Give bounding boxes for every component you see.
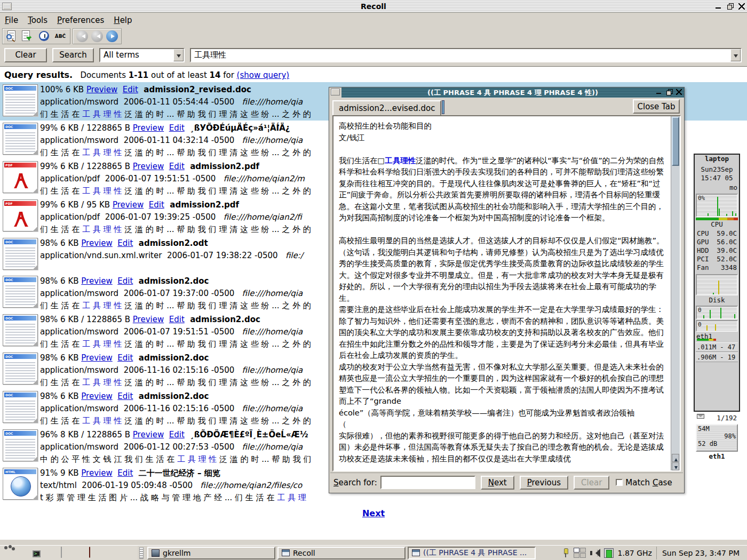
- previous-page-icon[interactable]: [91, 30, 103, 42]
- panel-handle[interactable]: [139, 547, 144, 559]
- sort-parameters-icon[interactable]: [22, 30, 35, 43]
- menu-help[interactable]: Help: [109, 14, 137, 26]
- preview-scrollbar[interactable]: [671, 116, 680, 470]
- preview-maximize-icon[interactable]: [666, 89, 672, 95]
- doc-file-icon[interactable]: DOC: [3, 84, 38, 116]
- doc-file-icon[interactable]: DOC: [3, 314, 38, 346]
- scroll-down-icon[interactable]: [672, 462, 679, 470]
- next-page-icon[interactable]: [106, 30, 118, 42]
- preview-link[interactable]: Preview: [81, 238, 112, 248]
- edit-link[interactable]: Edit: [123, 85, 138, 94]
- menu-preferences[interactable]: Preferences: [52, 14, 109, 26]
- mail-row[interactable]: 1/192: [695, 414, 739, 423]
- show-query-link[interactable]: (show query): [237, 70, 290, 80]
- html-file-icon[interactable]: HTML: [3, 468, 38, 500]
- preview-link[interactable]: Preview: [113, 200, 144, 210]
- history-icon[interactable]: [38, 30, 51, 43]
- task-button[interactable]: gkrellm: [147, 547, 275, 559]
- edit-link[interactable]: Edit: [117, 468, 133, 478]
- minimize-icon[interactable]: [715, 3, 721, 10]
- edit-link[interactable]: Edit: [169, 430, 185, 439]
- preview-close-icon[interactable]: [676, 89, 682, 95]
- clear-button[interactable]: Clear: [4, 48, 47, 62]
- query-input[interactable]: 工具理性: [191, 50, 730, 60]
- menu-tools[interactable]: Tools: [23, 14, 52, 26]
- term-explorer-icon[interactable]: ÅBĈ: [54, 30, 67, 43]
- task-button[interactable]: ((工 PHRASE 4 具 PHRASE ...: [408, 547, 536, 559]
- close-icon[interactable]: [738, 3, 745, 10]
- edit-link[interactable]: Edit: [117, 276, 133, 286]
- doc-file-icon[interactable]: DOC: [3, 238, 38, 270]
- net-rx-panel[interactable]: .011M - 47: [696, 342, 738, 352]
- lock-screen-icon[interactable]: [61, 547, 74, 559]
- preview-link[interactable]: Preview: [133, 315, 164, 324]
- text-editor-icon[interactable]: [89, 547, 102, 559]
- edit-link[interactable]: Edit: [169, 162, 185, 171]
- power-plug-icon[interactable]: [562, 548, 569, 558]
- preview-search-input[interactable]: [380, 476, 475, 489]
- edit-link[interactable]: Edit: [117, 238, 133, 248]
- preview-link[interactable]: Preview: [81, 391, 112, 401]
- first-page-icon[interactable]: [76, 30, 88, 42]
- cpu-freq-icon[interactable]: [604, 548, 614, 558]
- terminal-icon[interactable]: >_: [33, 547, 45, 559]
- preview-link[interactable]: Preview: [86, 85, 117, 94]
- task-button[interactable]: Recoll: [277, 547, 406, 559]
- preview-link[interactable]: Preview: [81, 276, 112, 286]
- fan-chart[interactable]: [696, 274, 738, 295]
- new-search-icon[interactable]: [6, 30, 19, 43]
- query-combobox[interactable]: 工具理性: [190, 48, 742, 62]
- wireless-panel[interactable]: 54M 98% 52 dB: [696, 424, 738, 452]
- search-mode-select[interactable]: All terms: [99, 48, 185, 62]
- preview-next-button[interactable]: Next: [481, 476, 514, 490]
- gnome-menu-icon[interactable]: [4, 547, 17, 559]
- edit-link[interactable]: Edit: [169, 123, 185, 133]
- disk-chart-2[interactable]: 0: [696, 320, 738, 332]
- disk-chart-1[interactable]: 0: [696, 306, 738, 319]
- edit-link[interactable]: Edit: [149, 200, 164, 210]
- gkrellm-date[interactable]: Sun23Sep: [695, 165, 739, 174]
- gkrellm-time[interactable]: 15:47 05: [695, 174, 739, 183]
- match-case-checkbox[interactable]: [616, 479, 623, 486]
- firefox-icon[interactable]: [117, 547, 130, 559]
- scroll-up-icon[interactable]: [672, 454, 679, 462]
- chevron-down-icon[interactable]: [730, 49, 741, 61]
- volume-icon[interactable]: [590, 549, 600, 557]
- preview-minimize-icon[interactable]: [656, 89, 662, 95]
- workspace-pager[interactable]: [574, 548, 586, 558]
- fan-row[interactable]: Fan 3348: [695, 263, 739, 274]
- cpu-section-label[interactable]: CPU: [695, 220, 739, 229]
- edit-link[interactable]: Edit: [117, 391, 133, 401]
- doc-file-icon[interactable]: DOC: [3, 276, 38, 308]
- gkrellm-hostname[interactable]: laptop: [695, 155, 739, 165]
- doc-file-icon[interactable]: DOC: [3, 391, 38, 423]
- pdf-file-icon[interactable]: PDF: [3, 199, 38, 231]
- preview-clear-button[interactable]: Clear: [574, 476, 609, 490]
- edit-link[interactable]: Edit: [117, 353, 133, 363]
- preview-window-menu-button[interactable]: [331, 89, 340, 95]
- menu-file[interactable]: File: [0, 14, 23, 26]
- preview-previous-button[interactable]: Previous: [520, 476, 568, 490]
- doc-file-icon[interactable]: DOC: [3, 429, 38, 461]
- cpu-chart[interactable]: 0%: [696, 194, 738, 217]
- chevron-down-icon[interactable]: [173, 49, 184, 61]
- maximize-icon[interactable]: [727, 3, 733, 10]
- preview-link[interactable]: Preview: [81, 353, 112, 363]
- net-tx-panel[interactable]: .906M - 19: [696, 353, 738, 362]
- preview-link[interactable]: Preview: [133, 123, 164, 133]
- preview-tab[interactable]: admission2...evised.doc: [332, 100, 441, 115]
- gkrellm-scroll-text[interactable]: mo: [695, 183, 739, 193]
- scrollbar-thumb[interactable]: [672, 117, 679, 166]
- gkrellm-bottom-label[interactable]: eth1: [695, 452, 739, 462]
- search-button[interactable]: Search: [52, 48, 94, 62]
- eth-row[interactable]: eth1: [695, 332, 739, 342]
- doc-file-icon[interactable]: DOC: [3, 353, 38, 385]
- doc-file-icon[interactable]: DOC: [3, 123, 38, 155]
- preview-document-text[interactable]: 高校招生的社会功能和目的文/钱江我们生活在□工具理性泛滥的时代。作为“世之显学”…: [333, 116, 671, 470]
- close-tab-button[interactable]: Close Tab: [633, 99, 680, 114]
- preview-link[interactable]: Preview: [133, 430, 164, 439]
- edit-link[interactable]: Edit: [169, 315, 185, 324]
- disk-section-label[interactable]: Disk: [695, 296, 739, 305]
- next-results-link[interactable]: Next: [362, 508, 385, 518]
- pdf-file-icon[interactable]: PDF: [3, 161, 38, 193]
